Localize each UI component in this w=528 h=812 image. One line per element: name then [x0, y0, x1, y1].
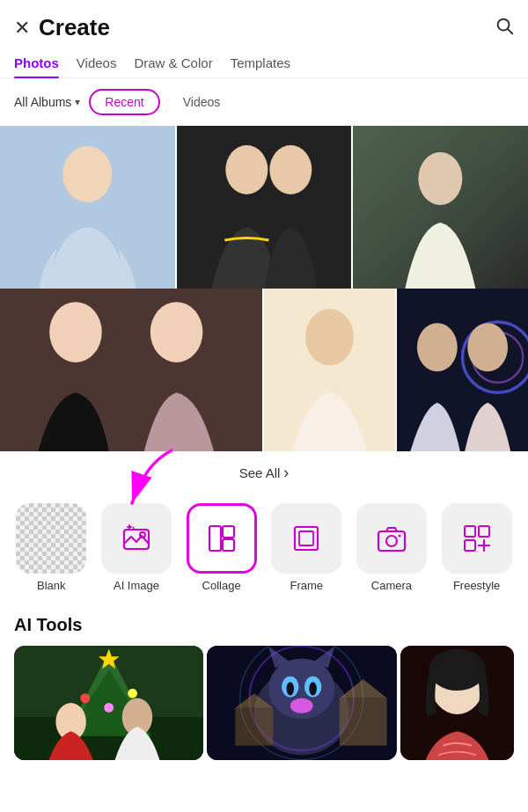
- search-icon[interactable]: [495, 16, 514, 40]
- ai-tool-card-3[interactable]: [400, 646, 514, 760]
- photo-grid-row1: [0, 126, 528, 289]
- photo-cell[interactable]: [353, 126, 528, 289]
- freestyle-icon: [461, 523, 493, 554]
- svg-rect-59: [236, 707, 274, 745]
- tab-photos[interactable]: Photos: [14, 48, 59, 77]
- page-title: Create: [39, 14, 110, 41]
- frame-icon: [290, 523, 322, 554]
- svg-point-15: [305, 309, 354, 365]
- tool-blank[interactable]: Blank: [16, 503, 86, 592]
- svg-point-19: [417, 323, 458, 371]
- svg-point-41: [104, 703, 114, 713]
- svg-rect-24: [209, 526, 221, 551]
- svg-point-53: [310, 682, 318, 695]
- svg-point-39: [80, 693, 90, 703]
- camera-icon: [376, 523, 407, 554]
- svg-rect-27: [295, 527, 318, 550]
- svg-point-3: [62, 146, 112, 202]
- see-all-link[interactable]: See All ›: [239, 464, 290, 482]
- svg-rect-33: [479, 526, 489, 537]
- svg-point-40: [128, 689, 137, 699]
- collage-icon: [206, 523, 238, 554]
- all-albums-dropdown[interactable]: All Albums ▾: [14, 95, 80, 109]
- svg-point-13: [150, 302, 203, 362]
- blank-label: Blank: [37, 579, 66, 592]
- tool-collage[interactable]: Collage: [187, 503, 257, 592]
- videos-filter[interactable]: Videos: [169, 91, 235, 113]
- camera-label: Camera: [371, 579, 412, 592]
- svg-point-63: [429, 649, 486, 691]
- blank-icon-box: [16, 503, 86, 574]
- ai-image-label: AI Image: [114, 579, 159, 592]
- svg-point-31: [398, 535, 400, 538]
- svg-point-23: [140, 532, 145, 538]
- svg-rect-32: [465, 526, 475, 537]
- see-all-label: See All: [239, 465, 281, 480]
- svg-rect-34: [465, 540, 475, 551]
- header-left: ✕ Create: [14, 14, 110, 41]
- svg-point-52: [287, 682, 295, 695]
- svg-rect-29: [378, 531, 405, 551]
- ai-tool-card-2[interactable]: [207, 646, 396, 760]
- ai-tools-grid: [14, 646, 514, 760]
- header: ✕ Create: [0, 0, 528, 48]
- see-all-row: See All ›: [0, 451, 528, 494]
- ai-tools-title: AI Tools: [14, 615, 514, 635]
- frame-label: Frame: [290, 579, 324, 592]
- svg-line-1: [508, 29, 512, 33]
- svg-point-12: [49, 302, 102, 362]
- photo-cell[interactable]: [0, 126, 175, 289]
- photo-cell[interactable]: [0, 289, 262, 451]
- svg-rect-28: [299, 531, 313, 545]
- ai-tools-section: AI Tools: [0, 606, 528, 760]
- svg-point-30: [386, 536, 397, 546]
- recent-filter[interactable]: Recent: [89, 89, 159, 115]
- photo-cell[interactable]: [397, 289, 528, 451]
- ai-tool-card-1[interactable]: [14, 646, 203, 760]
- tool-freestyle[interactable]: Freestyle: [442, 503, 512, 592]
- svg-rect-26: [223, 539, 234, 551]
- photo-cell[interactable]: [264, 289, 395, 451]
- svg-rect-57: [340, 699, 387, 746]
- freestyle-icon-box: [442, 503, 512, 574]
- camera-icon-box: [356, 503, 427, 574]
- nav-tabs: Photos Videos Draw & Color Templates: [0, 48, 528, 78]
- svg-point-54: [290, 699, 313, 713]
- collage-label: Collage: [202, 579, 241, 592]
- tab-draw-color[interactable]: Draw & Color: [134, 48, 212, 77]
- photo-cell[interactable]: [177, 126, 352, 289]
- freestyle-label: Freestyle: [453, 579, 500, 592]
- photo-grid-row2: [0, 289, 528, 451]
- svg-point-20: [467, 323, 508, 371]
- svg-rect-11: [0, 289, 262, 451]
- svg-rect-25: [223, 526, 234, 538]
- tools-row: Blank AI Image Collage: [0, 494, 528, 606]
- filter-row: All Albums ▾ Recent Videos: [0, 78, 528, 126]
- close-icon[interactable]: ✕: [14, 17, 30, 40]
- all-albums-label: All Albums: [14, 95, 71, 109]
- tab-templates[interactable]: Templates: [231, 48, 290, 77]
- tool-ai-image[interactable]: AI Image: [101, 503, 172, 592]
- svg-point-6: [269, 145, 312, 194]
- tool-frame[interactable]: Frame: [271, 503, 341, 592]
- tab-videos[interactable]: Videos: [77, 48, 117, 77]
- frame-icon-box: [271, 503, 341, 574]
- svg-rect-16: [397, 289, 528, 451]
- svg-point-5: [225, 145, 268, 194]
- chevron-down-icon: ▾: [75, 96, 80, 108]
- chevron-right-icon: ›: [283, 464, 289, 482]
- tool-camera[interactable]: Camera: [356, 503, 427, 592]
- svg-point-9: [419, 152, 463, 205]
- ai-image-icon: [121, 523, 152, 554]
